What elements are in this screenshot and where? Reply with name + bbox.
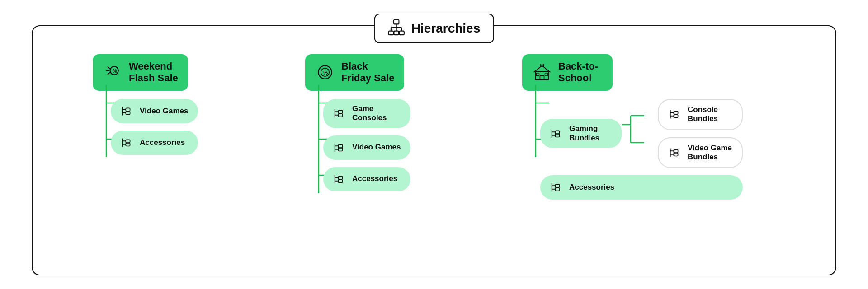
svg-rect-51 [536,73,539,76]
svg-line-13 [108,72,110,75]
game-consoles-label: GameConsoles [352,104,387,123]
svg-rect-75 [674,153,678,156]
console-bundles-label: ConsoleBundles [688,105,718,124]
hierarchy-icon [388,19,405,38]
header-box: Hierarchies [374,14,494,43]
svg-rect-60 [555,131,559,134]
video-games-node-2[interactable]: Video Games [323,135,410,160]
svg-rect-50 [540,76,544,80]
accessories-node-1[interactable]: Accessories [111,131,198,155]
gaming-sub-children: ConsoleBundles [658,99,743,168]
svg-rect-61 [555,134,559,137]
accessories-label-3: Accessories [569,183,614,192]
tree-icon-2 [121,136,134,149]
back-to-school-label: Back-to-School [558,61,598,84]
video-games-label-1: Video Games [140,107,188,116]
discount-icon: % [315,62,335,82]
black-friday-label: BlackFriday Sale [341,61,394,84]
weekend-sale-label: WeekendFlash Sale [129,61,178,84]
back-to-school-column: Back-to-School [522,54,775,200]
video-games-label-2: Video Games [352,143,401,152]
game-consoles-node[interactable]: GameConsoles [323,99,410,128]
svg-rect-21 [126,112,130,115]
svg-rect-79 [555,185,559,188]
video-game-bundles-label: Video GameBundles [688,144,732,162]
tree-icon-4 [333,141,347,154]
gaming-bundles-node[interactable]: GamingBundles [540,119,622,148]
tree-icon-8 [669,146,682,159]
tree-icon-7 [669,107,682,121]
svg-rect-26 [126,143,130,146]
tree-icon-6 [550,127,564,140]
svg-rect-37 [338,111,342,114]
video-game-bundles-node[interactable]: Video GameBundles [658,137,743,168]
svg-rect-2 [394,31,399,35]
svg-text:%: % [113,68,117,74]
flash-sale-icon: % [103,62,123,82]
svg-rect-25 [126,140,130,143]
accessories-label-1: Accessories [140,138,185,147]
console-bundles-node[interactable]: ConsoleBundles [658,99,743,130]
tree-icon-5 [333,172,347,186]
svg-rect-38 [338,114,342,117]
tree-icon-3 [333,107,347,120]
gaming-bundles-label: GamingBundles [569,124,599,143]
tree-icon-1 [121,104,134,118]
accessories-node-3[interactable]: Accessories [540,175,743,200]
accessories-label-2: Accessories [352,174,397,183]
bts-children-area: GamingBundles [540,99,743,200]
weekend-column: % WeekendFlash Sale [93,54,219,155]
sub-connector-svg [622,111,644,156]
svg-rect-0 [394,20,399,24]
svg-rect-69 [674,112,678,115]
black-friday-column: % BlackFriday Sale [305,54,436,191]
svg-rect-42 [338,144,342,148]
weekend-children: Video Games Accessories [111,99,198,155]
svg-rect-80 [555,188,559,191]
svg-rect-43 [338,148,342,151]
svg-rect-70 [674,115,678,118]
svg-rect-3 [399,31,404,35]
svg-rect-20 [126,108,130,111]
bf-children: GameConsoles Video Games [323,99,410,191]
content-area: % WeekendFlash Sale [50,54,818,271]
school-icon [532,62,552,82]
svg-rect-74 [674,149,678,153]
svg-text:%: % [323,70,328,75]
svg-rect-52 [545,73,547,76]
header-title: Hierarchies [411,21,481,36]
accessories-node-2[interactable]: Accessories [323,167,410,191]
svg-rect-48 [338,180,342,183]
canvas: Hierarchies % WeekendFlash Sale [23,9,845,280]
svg-line-11 [108,67,110,70]
svg-rect-47 [338,176,342,179]
video-games-node-1[interactable]: Video Games [111,99,198,123]
svg-rect-1 [389,31,393,35]
gaming-bundles-row: GamingBundles [540,99,743,168]
tree-icon-9 [550,181,564,194]
bts-left-children: GamingBundles [540,99,743,200]
